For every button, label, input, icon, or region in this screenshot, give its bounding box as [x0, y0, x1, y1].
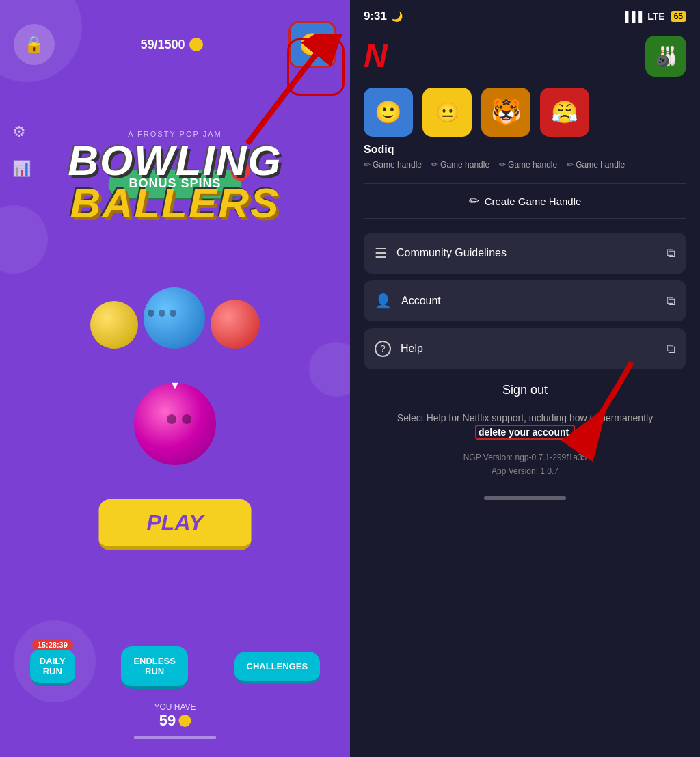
endless-run-button[interactable]: ENDLESS RUN [121, 646, 187, 689]
menu-lines-icon: ☰ [375, 245, 387, 261]
profiles-row: 🙂 😐 🐯 😤 [364, 88, 686, 137]
coin-icon [189, 38, 203, 51]
lock-button[interactable]: 🔒 [14, 24, 55, 65]
daily-run-button[interactable]: 15:28:39 DAILY RUN [30, 649, 75, 686]
moon-icon: 🌙 [391, 11, 403, 22]
external-link-icon-3: ⧉ [667, 342, 675, 356]
deco-circle-2 [0, 205, 48, 274]
community-guidelines-item[interactable]: ☰ Community Guidelines ⧉ [364, 233, 686, 274]
signal-text: LTE [647, 11, 664, 22]
bottom-coins: YOU HAVE 59 [154, 702, 196, 730]
profile-avatar-4[interactable]: 😤 [540, 88, 589, 137]
profile-handles-row: ✏ Game handle ✏ Game handle ✏ Game handl… [364, 160, 686, 170]
challenges-label: CHALLENGES [247, 661, 308, 672]
pencil-icon-1: ✏ [364, 160, 371, 170]
netflix-header: N 🎳 [350, 29, 700, 88]
external-link-icon-1: ⧉ [667, 246, 675, 261]
top-bar: 🔒 59/1500 🙂 [0, 21, 350, 68]
game-handle-2: ✏ Game handle [431, 160, 489, 170]
bowling-balls-area [90, 287, 260, 349]
challenges-button[interactable]: CHALLENGES [234, 652, 321, 684]
community-guidelines-label: Community Guidelines [396, 247, 667, 259]
help-icon: ? [375, 341, 391, 357]
signout-button[interactable]: Sign out [502, 383, 548, 397]
coin-count: 59/1500 [140, 38, 202, 52]
deco-circle-3 [309, 342, 350, 397]
info-text: Select Help for Netflix support, includi… [350, 411, 700, 440]
time-text: 9:31 [364, 10, 387, 23]
side-icons: ⚙ 📊 [12, 123, 31, 178]
ball-blue [144, 287, 205, 349]
title-ballers: BALLERS [68, 182, 282, 224]
handle-label-4: Game handle [576, 160, 625, 170]
profile-avatar-1[interactable]: 🙂 [364, 88, 413, 137]
game-handle-3: ✏ Game handle [499, 160, 557, 170]
handle-label-2: Game handle [440, 160, 489, 170]
signal-bars-icon: ▐▐▐ [621, 11, 642, 22]
battery-level: 65 [671, 11, 686, 22]
pencil-icon-4: ✏ [567, 160, 574, 170]
right-panel: 9:31 🌙 ▐▐▐ LTE 65 N 🎳 🙂 😐 🐯 😤 Sodiq [350, 0, 700, 757]
signout-area: Sign out [350, 369, 700, 411]
netflix-logo: N [364, 40, 388, 72]
handle-label-3: Game handle [508, 160, 557, 170]
coin-count-text: 59/1500 [140, 38, 185, 52]
help-item[interactable]: ? Help ⧉ [364, 328, 686, 369]
game-icon[interactable]: 🎳 [645, 36, 686, 77]
profile-avatar-2[interactable]: 😐 [422, 88, 472, 137]
left-panel: 🔒 59/1500 🙂 BONUS SPINS 2 ⚙ 📊 A FROSTY P… [0, 0, 350, 757]
info-text-content: Select Help for Netflix support, includi… [397, 412, 653, 423]
app-version: App Version: 1.0.7 [364, 464, 686, 478]
delete-highlight-text: delete your account. [475, 425, 575, 440]
status-time: 9:31 🌙 [364, 10, 403, 23]
account-label: Account [401, 295, 667, 307]
play-label: PLAY [147, 510, 204, 535]
pencil-icon-3: ✏ [499, 160, 506, 170]
home-indicator-left [134, 736, 216, 739]
person-icon: 👤 [375, 293, 392, 309]
game-handle-4: ✏ Game handle [567, 160, 625, 170]
right-content: 9:31 🌙 ▐▐▐ LTE 65 N 🎳 🙂 😐 🐯 😤 Sodiq [350, 0, 700, 757]
create-handle-label: Create Game Handle [485, 196, 582, 207]
status-bar: 9:31 🌙 ▐▐▐ LTE 65 [350, 0, 700, 29]
ball-red [211, 300, 260, 349]
menu-section: ☰ Community Guidelines ⧉ 👤 Account ⧉ ? H… [350, 219, 700, 369]
external-link-icon-2: ⧉ [667, 294, 675, 308]
coins-count-value: 59 [159, 712, 176, 730]
play-button[interactable]: PLAY [99, 499, 252, 550]
version-info: NGP Version: ngp-0.7.1-299f1a35 App Vers… [350, 440, 700, 490]
pencil-icon-create: ✏ [469, 194, 479, 209]
chart-icon[interactable]: 📊 [12, 160, 31, 178]
main-ball-dots [167, 414, 191, 424]
title-bowling: BOWLING [68, 140, 282, 182]
endless-label: ENDLESS RUN [133, 656, 175, 676]
account-item[interactable]: 👤 Account ⧉ [364, 280, 686, 321]
daily-label: DAILY RUN [40, 656, 66, 676]
profile-section: 🙂 😐 🐯 😤 Sodiq ✏ Game handle ✏ Game handl… [350, 88, 700, 183]
bottom-buttons: 15:28:39 DAILY RUN ENDLESS RUN CHALLENGE… [0, 646, 350, 689]
profile-avatar-top[interactable]: 🙂 [288, 21, 336, 68]
pencil-icon-2: ✏ [431, 160, 438, 170]
handle-label-1: Game handle [373, 160, 422, 170]
game-handle-1: ✏ Game handle [364, 160, 422, 170]
filter-icon[interactable]: ⚙ [12, 123, 31, 141]
daily-timer: 15:28:39 [32, 639, 73, 650]
ngp-version: NGP Version: ngp-0.7.1-299f1a35 [364, 451, 686, 464]
main-ball [134, 383, 216, 465]
coins-count-bottom: 59 [154, 712, 196, 730]
create-game-handle-button[interactable]: ✏ Create Game Handle [364, 183, 686, 219]
home-indicator-right [484, 496, 566, 500]
you-have-label: YOU HAVE [154, 702, 196, 712]
game-title: A FROSTY POP JAM BOWLING BALLERS [68, 130, 282, 224]
ball-yellow [90, 301, 138, 349]
coin-icon-bottom [178, 715, 191, 727]
signout-section: Sign out [350, 369, 700, 411]
triangle-indicator: ▼ [170, 380, 180, 392]
profile-avatar-3[interactable]: 🐯 [481, 88, 530, 137]
profile-name: Sodiq [364, 144, 686, 156]
help-label: Help [401, 343, 667, 355]
status-right: ▐▐▐ LTE 65 [621, 11, 686, 22]
